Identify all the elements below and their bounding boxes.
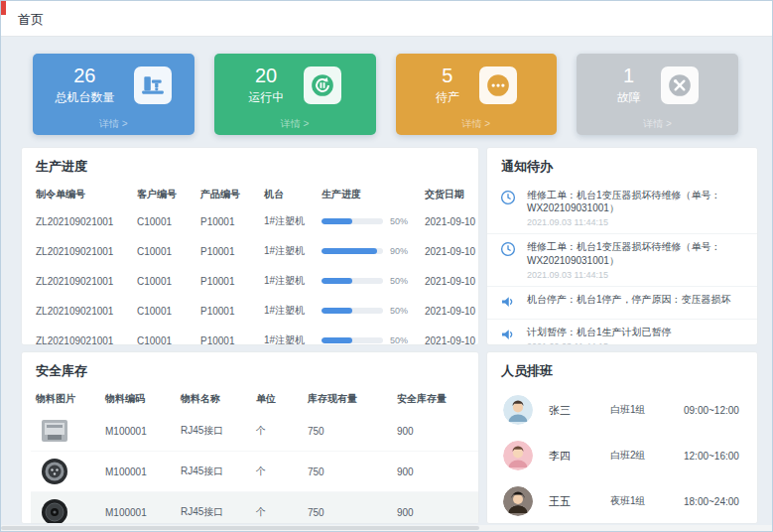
inventory-table: 物料图片 物料编码 物料名称 单位 库存现有量 安全库存量 M100001 RJ… bbox=[31, 387, 479, 524]
material-code: M100001 bbox=[100, 411, 176, 452]
stat-card-running[interactable]: 20 运行中 详情 > bbox=[214, 54, 376, 135]
unit: 个 bbox=[251, 411, 303, 452]
safety-stock-panel: 安全库存 物料图片 物料编码 物料名称 单位 库存现有量 安全库存量 bbox=[21, 351, 479, 524]
unit: 个 bbox=[251, 452, 303, 492]
stat-card-waiting[interactable]: 5 待产 详情 > bbox=[396, 54, 558, 135]
total-machines-detail-link[interactable]: 详情 > bbox=[33, 117, 194, 131]
repair-order-icon bbox=[499, 240, 519, 260]
staff-time: 18:00~24:00 bbox=[684, 496, 739, 507]
total-machines-label: 总机台数量 bbox=[55, 89, 114, 106]
notification-item[interactable]: 计划暂停：机台1生产计划已暂停 2021.09.03 11:44:15 bbox=[487, 320, 757, 345]
staff-time: 12:00~16:00 bbox=[684, 451, 739, 462]
safety-qty: 900 bbox=[392, 492, 479, 525]
safety-stock-panel-title: 安全库存 bbox=[22, 352, 478, 387]
stat-card-fault[interactable]: 1 故障 详情 > bbox=[577, 54, 738, 135]
stat-card-total-machines[interactable]: 26 总机台数量 详情 > bbox=[33, 54, 194, 135]
machine-name: 1#注塑机 bbox=[259, 236, 317, 266]
running-detail-link[interactable]: 详情 > bbox=[214, 117, 376, 131]
unit: 个 bbox=[251, 492, 303, 525]
product-no: P10001 bbox=[195, 266, 259, 296]
left-edge-red-marker bbox=[1, 1, 6, 15]
col-material-image: 物料图片 bbox=[31, 387, 100, 411]
fault-detail-link[interactable]: 详情 > bbox=[577, 117, 738, 131]
col-product: 产品编号 bbox=[195, 183, 259, 206]
notification-text: 维修工单：机台1变压器损坏待维修（单号：WX202109031001） bbox=[527, 189, 745, 214]
notification-item[interactable]: 维修工单：机台1变压器损坏待维修（单号：WX202109031001） 2021… bbox=[487, 183, 757, 234]
machine-icon bbox=[134, 66, 172, 104]
notifications-panel: 通知待办 维修工单：机台1变压器损坏待维修（单号：WX202109031001）… bbox=[486, 147, 758, 345]
inventory-row: M100001 RJ45接口 个 750 900 bbox=[31, 411, 479, 452]
due-date: 2021-09-10 bbox=[420, 296, 479, 326]
production-row: ZL202109021001 C10001 P10001 1#注塑机 50% 2… bbox=[31, 206, 479, 236]
staff-name: 张三 bbox=[549, 403, 610, 418]
safety-qty: 900 bbox=[392, 452, 479, 492]
material-name: RJ45接口 bbox=[176, 411, 251, 452]
running-value: 20 bbox=[248, 65, 284, 86]
progress-bar: 90% bbox=[322, 246, 415, 256]
due-date: 2021-09-10 bbox=[420, 236, 479, 266]
col-machine: 机台 bbox=[259, 183, 317, 206]
notification-time: 2021.09.03 11:44:15 bbox=[527, 217, 745, 227]
product-no: P10001 bbox=[195, 236, 259, 266]
progress-bar: 50% bbox=[322, 335, 415, 345]
order-no: ZL202109021001 bbox=[31, 206, 132, 236]
avatar-lisi bbox=[503, 441, 533, 470]
machine-name: 1#注塑机 bbox=[259, 296, 317, 326]
stock-qty: 750 bbox=[303, 452, 392, 492]
col-material-name: 物料名称 bbox=[176, 387, 251, 411]
notification-text: 机台停产：机台1停产，停产原因：变压器损坏 bbox=[527, 293, 731, 306]
production-panel-title: 生产进度 bbox=[22, 148, 478, 183]
notification-item[interactable]: 维修工单：机台1变压器损坏待维修（单号：WX202109031001） 2021… bbox=[487, 234, 757, 286]
stat-cards-row: 26 总机台数量 详情 > 20 运行中 详情 > bbox=[33, 54, 738, 135]
col-stock-qty: 库存现有量 bbox=[303, 387, 392, 411]
order-no: ZL202109021001 bbox=[31, 326, 132, 345]
staff-time: 09:00~12:00 bbox=[684, 405, 739, 416]
production-header-row: 制令单编号 客户编号 产品编号 机台 生产进度 交货日期 bbox=[31, 183, 479, 206]
inventory-header-row: 物料图片 物料编码 物料名称 单位 库存现有量 安全库存量 bbox=[31, 387, 479, 411]
machine-name: 1#注塑机 bbox=[259, 266, 317, 296]
stock-qty: 750 bbox=[303, 411, 392, 452]
progress-bar: 50% bbox=[322, 216, 415, 226]
customer-no: C10001 bbox=[132, 326, 195, 345]
horizontal-scrollbar[interactable] bbox=[1, 525, 772, 531]
scrollbar-thumb[interactable] bbox=[1, 526, 479, 530]
col-safety-qty: 安全库存量 bbox=[392, 387, 479, 411]
notification-text: 计划暂停：机台1生产计划已暂停 bbox=[527, 326, 672, 338]
production-row: ZL202109021001 C10001 P10001 1#注塑机 50% 2… bbox=[31, 296, 479, 326]
page-title: 首页 bbox=[18, 11, 44, 29]
production-table: 制令单编号 客户编号 产品编号 机台 生产进度 交货日期 ZL202109021… bbox=[31, 183, 479, 345]
progress-percent: 50% bbox=[390, 216, 408, 226]
col-progress: 生产进度 bbox=[317, 183, 420, 206]
staff-row: 王五 夜班1组 18:00~24:00 bbox=[487, 478, 757, 524]
progress-percent: 50% bbox=[390, 306, 408, 316]
product-no: P10001 bbox=[195, 206, 259, 236]
staff-row: 李四 白班2组 12:00~16:00 bbox=[487, 433, 757, 478]
page-header: 首页 bbox=[1, 1, 772, 37]
inventory-row: M100001 RJ45接口 个 750 900 bbox=[31, 452, 479, 492]
progress-percent: 90% bbox=[390, 246, 408, 256]
announcement-icon bbox=[499, 293, 519, 313]
staff-name: 李四 bbox=[549, 449, 610, 464]
product-no: P10001 bbox=[195, 326, 259, 345]
total-machines-value: 26 bbox=[55, 65, 114, 86]
progress-percent: 50% bbox=[390, 335, 408, 345]
stock-qty: 750 bbox=[303, 492, 392, 525]
customer-no: C10001 bbox=[132, 236, 195, 266]
due-date: 2021-09-10 bbox=[420, 326, 479, 345]
waiting-value: 5 bbox=[436, 65, 459, 86]
production-row: ZL202109021001 C10001 P10001 1#注塑机 90% 2… bbox=[31, 236, 479, 266]
waiting-detail-link[interactable]: 详情 > bbox=[396, 117, 558, 131]
safety-qty: 900 bbox=[392, 411, 479, 452]
col-due-date: 交货日期 bbox=[420, 183, 479, 206]
progress-percent: 50% bbox=[390, 276, 408, 286]
col-order-no: 制令单编号 bbox=[31, 183, 132, 206]
staff-row: 张三 白班1组 09:00~12:00 bbox=[487, 387, 757, 433]
round-connector-photo bbox=[36, 457, 73, 486]
notification-time: 2021.09.03 11:44:15 bbox=[527, 270, 745, 280]
material-name: RJ45接口 bbox=[176, 492, 251, 525]
production-progress-panel: 生产进度 制令单编号 客户编号 产品编号 机台 生产进度 交货日期 Z bbox=[21, 147, 479, 345]
avatar-wangwu bbox=[503, 486, 533, 516]
customer-no: C10001 bbox=[132, 296, 195, 326]
notification-item[interactable]: 机台停产：机台1停产，停产原因：变压器损坏 bbox=[487, 287, 757, 320]
waiting-icon bbox=[479, 66, 517, 104]
